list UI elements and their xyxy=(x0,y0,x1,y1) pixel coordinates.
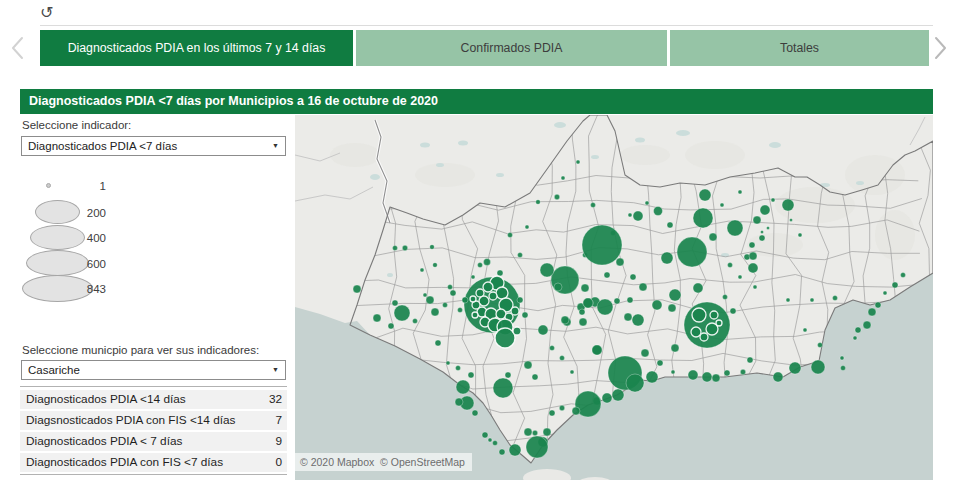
map-bubble[interactable] xyxy=(524,361,532,369)
map-bubble[interactable] xyxy=(709,233,717,241)
map-bubble[interactable] xyxy=(471,275,475,279)
map-bubble[interactable] xyxy=(753,285,757,289)
map-bubble[interactable] xyxy=(433,263,438,268)
map-bubble[interactable] xyxy=(443,303,448,308)
map-bubble[interactable] xyxy=(592,345,602,355)
table-row[interactable]: Diagnosticados PDIA < 7 días 9 xyxy=(20,432,287,451)
map-bubble[interactable] xyxy=(892,282,898,288)
map-bubble[interactable] xyxy=(753,216,761,224)
map-bubble[interactable] xyxy=(458,308,463,313)
map-bubble[interactable] xyxy=(724,370,730,376)
map-bubble[interactable] xyxy=(626,374,644,392)
map-bubble[interactable] xyxy=(470,296,476,302)
map-bubble[interactable] xyxy=(604,272,610,278)
map-bubble[interactable] xyxy=(509,444,521,456)
map-bubble[interactable] xyxy=(559,405,564,410)
map-bubble[interactable] xyxy=(532,374,538,380)
tab-totales[interactable]: Totales xyxy=(670,30,929,66)
map-bubble[interactable] xyxy=(761,231,764,234)
map-attribution[interactable]: © 2020 Mapbox © OpenStreetMap xyxy=(295,453,472,471)
map-bubble[interactable] xyxy=(554,283,562,291)
tab-diagnosticados-pdia-7-14-dias[interactable]: Diagnosticados PDIA en los últimos 7 y 1… xyxy=(40,30,353,66)
map-bubble[interactable] xyxy=(456,380,470,394)
map-bubble[interactable] xyxy=(602,393,612,403)
map-bubble[interactable] xyxy=(493,378,513,398)
map-bubble[interactable] xyxy=(579,309,585,315)
map-bubble[interactable] xyxy=(493,441,498,446)
map-bubble[interactable] xyxy=(840,356,844,360)
map-bubble[interactable] xyxy=(508,233,513,238)
map-bubble[interactable] xyxy=(435,340,441,346)
map-bubble[interactable] xyxy=(393,246,398,251)
table-row[interactable]: Diagsnosticados PDIA con FIS <14 días 7 xyxy=(20,411,287,430)
table-row[interactable]: Diagnosticados PDIA <14 días 32 xyxy=(20,390,287,409)
map-bubble[interactable] xyxy=(560,356,565,361)
map-bubble[interactable] xyxy=(468,372,474,378)
map-bubble[interactable] xyxy=(730,308,736,314)
map-bubble[interactable] xyxy=(669,289,681,301)
map-bubble[interactable] xyxy=(810,298,814,302)
map-bubble[interactable] xyxy=(749,242,755,248)
map-bubble[interactable] xyxy=(716,320,722,326)
map-bubble[interactable] xyxy=(576,160,580,164)
map-bubble[interactable] xyxy=(388,323,394,329)
map-bubble[interactable] xyxy=(712,374,720,382)
map-bubble[interactable] xyxy=(671,344,679,352)
map-bubble[interactable] xyxy=(901,273,906,278)
map-bubble[interactable] xyxy=(525,225,529,229)
table-row[interactable]: Diagnosticados PDIA con FIS <7 días 0 xyxy=(20,453,287,472)
map-bubble[interactable] xyxy=(582,225,622,265)
map-bubble[interactable] xyxy=(549,410,555,416)
map-bubble[interactable] xyxy=(710,311,718,319)
map-bubble[interactable] xyxy=(420,268,424,272)
map-bubble[interactable] xyxy=(616,258,624,266)
map-bubble[interactable] xyxy=(667,222,673,228)
map-bubble[interactable] xyxy=(431,308,439,316)
map-bubble[interactable] xyxy=(483,282,493,292)
map-bubble[interactable] xyxy=(693,208,713,228)
map-bubble[interactable] xyxy=(833,296,838,301)
map-bubble[interactable] xyxy=(641,349,649,357)
map-bubble[interactable] xyxy=(583,298,593,308)
next-page-icon[interactable] xyxy=(930,35,950,61)
map-bubble[interactable] xyxy=(570,370,574,374)
map-bubble[interactable] xyxy=(661,252,673,264)
tab-confirmados-pdia[interactable]: Confirmados PDIA xyxy=(356,30,667,66)
map-bubble[interactable] xyxy=(628,213,632,217)
map-bubble[interactable] xyxy=(771,198,775,202)
map-bubble[interactable] xyxy=(499,449,505,455)
map-bubble[interactable] xyxy=(773,372,783,382)
map-bubble[interactable] xyxy=(456,366,461,371)
bubble-map[interactable]: © 2020 Mapbox © OpenStreetMap xyxy=(295,115,933,480)
map-bubble[interactable] xyxy=(394,305,410,321)
map-bubble[interactable] xyxy=(627,297,633,303)
map-bubble[interactable] xyxy=(478,263,483,268)
map-bubble[interactable] xyxy=(614,298,620,304)
map-bubble[interactable] xyxy=(572,407,580,415)
map-bubble[interactable] xyxy=(561,176,565,180)
map-bubble[interactable] xyxy=(700,333,708,341)
map-bubble[interactable] xyxy=(798,233,802,237)
map-bubble[interactable] xyxy=(538,325,548,335)
map-bubble[interactable] xyxy=(517,297,523,303)
map-bubble[interactable] xyxy=(446,361,450,365)
map-bubble[interactable] xyxy=(875,302,881,308)
map-bubble[interactable] xyxy=(550,346,555,351)
map-bubble[interactable] xyxy=(790,219,793,222)
map-bubble[interactable] xyxy=(532,430,537,435)
map-bubble[interactable] xyxy=(426,296,434,304)
map-bubble[interactable] xyxy=(496,287,508,299)
map-bubble[interactable] xyxy=(868,308,876,316)
map-bubble[interactable] xyxy=(630,274,636,280)
map-bubble[interactable] xyxy=(747,357,753,363)
map-bubble[interactable] xyxy=(759,235,765,241)
map-bubble[interactable] xyxy=(518,253,523,258)
map-bubble[interactable] xyxy=(526,436,548,458)
map-bubble[interactable] xyxy=(353,285,361,293)
map-bubble[interactable] xyxy=(652,300,662,310)
map-bubble[interactable] xyxy=(373,314,381,322)
map-bubble[interactable] xyxy=(691,327,701,337)
map-bubble[interactable] xyxy=(738,275,742,279)
map-bubble[interactable] xyxy=(505,372,511,378)
map-bubble[interactable] xyxy=(738,190,742,194)
